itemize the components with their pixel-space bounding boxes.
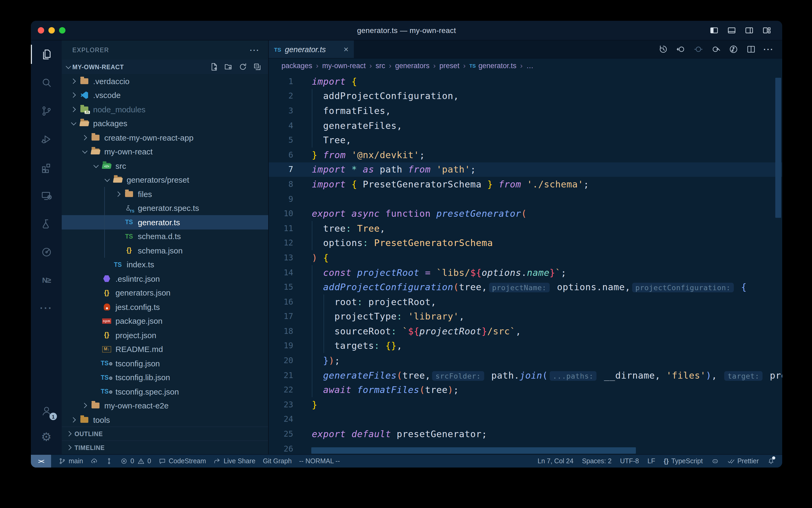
tree-item-src[interactable]: </>src [62,159,268,173]
customize-layout-icon[interactable] [762,26,772,35]
toggle-primary-sidebar-icon[interactable] [709,26,719,35]
status-item-eol[interactable]: LF [647,457,655,465]
tree-item-tsconfig-spec-json[interactable]: TS⚙tsconfig.spec.json [62,384,268,398]
tree-item-label: schema.json [138,246,183,255]
status-item-warnings[interactable]: 0 [137,457,151,465]
activity-testing[interactable] [31,211,62,237]
activity-run-debug[interactable] [31,126,62,152]
test-file-icon: TS [125,204,133,212]
breadcrumb-item[interactable]: preset [439,61,460,70]
tree-item-index-ts[interactable]: TSindex.ts [62,257,268,271]
tree-item-schema-d-ts[interactable]: TSschema.d.ts [62,229,268,243]
tree-item-jest-config-ts[interactable]: jest.config.ts [62,300,268,314]
code-line-22: 22 await formatFiles(tree); [269,383,782,397]
status-item-cursor-position[interactable]: Ln 7, Col 24 [538,457,574,465]
explorer-more-actions-icon[interactable]: ··· [250,46,260,54]
sidebar-title: EXPLORER [73,47,109,53]
tree-item-packages[interactable]: packages [62,116,268,130]
status-item-git-graph[interactable]: Git Graph [263,457,292,465]
activity-source-control[interactable] [31,98,62,124]
horizontal-scrollbar[interactable] [311,447,636,454]
git-graph-circle-icon[interactable] [728,44,738,54]
close-tab-icon[interactable]: × [343,45,348,53]
status-item-encoding[interactable]: UTF-8 [620,457,639,465]
activity-remote-explorer[interactable] [31,183,62,208]
tree-item-my-own-react[interactable]: my-own-react [62,144,268,159]
status-item-vim-mode[interactable]: -- NORMAL -- [299,457,340,465]
line-number: 1 [269,77,293,86]
tree-item-generator-spec-ts[interactable]: TSgenerator.spec.ts [62,201,268,215]
status-item-prettier[interactable]: Prettier [727,457,759,465]
vertical-scrollbar[interactable] [775,78,781,218]
split-editor-icon[interactable] [746,44,756,54]
breadcrumb-item[interactable]: src [376,61,385,70]
tree-item-generators-json[interactable]: {}generators.json [62,286,268,300]
more-actions-icon[interactable]: ··· [764,44,774,54]
tree-item-create-my-own-react-app[interactable]: create-my-own-react-app [62,130,268,144]
activity-more-views[interactable]: ··· [31,296,62,321]
status-item-errors[interactable]: 0 [120,457,134,465]
status-item-codestream[interactable]: CodeStream [158,457,206,465]
status-item-notifications[interactable] [767,457,775,465]
activity-accounts[interactable]: 1 [31,398,62,423]
breadcrumb-item[interactable]: my-own-react [322,61,366,70]
chevron-right-icon [80,401,89,410]
line-content: generateFiles(tree,srcFolder: path.join(… [293,370,782,380]
remote-indicator[interactable]: >< [31,455,51,468]
tree-item-readme-md[interactable]: M↓README.md [62,342,268,356]
status-item-branch[interactable]: main [58,457,83,465]
outline-label: OUTLINE [75,430,103,437]
activity-extensions[interactable] [31,155,62,180]
tab-generator-ts[interactable]: TS generator.ts × [269,40,354,58]
tree-item-node-modules[interactable]: JSnode_modules [62,102,268,116]
status-item-commit-graph[interactable] [105,457,113,465]
status-item-language[interactable]: {}TypeScript [664,457,703,465]
refresh-explorer-icon[interactable] [238,62,247,71]
next-change-icon[interactable] [711,44,721,54]
inlay-hint: srcFolder: [432,371,484,380]
close-window-button[interactable] [38,27,44,34]
breadcrumb-item[interactable]: … [526,61,533,70]
workspace-section-header[interactable]: MY-OWN-REACT [62,60,268,74]
tree-item-project-json[interactable]: {}project.json [62,328,268,342]
line-number: 16 [269,297,293,306]
tree-item-tsconfig-json[interactable]: TS⚙tsconfig.json [62,356,268,370]
activity-search[interactable] [31,70,62,95]
tree-item-tsconfig-lib-json[interactable]: TS⚙tsconfig.lib.json [62,370,268,384]
timeline-history-icon[interactable] [658,44,668,54]
previous-change-icon[interactable] [676,44,686,54]
tree-item--vscode[interactable]: .vscode [62,88,268,102]
activity-explorer[interactable] [31,42,62,67]
tree-item-schema-json[interactable]: {}schema.json [62,243,268,257]
toggle-secondary-sidebar-icon[interactable] [745,26,754,35]
activity-settings[interactable]: ⚙ [31,424,62,450]
change-icon[interactable] [694,44,704,54]
tree-item-generators-preset[interactable]: generators/preset [62,173,268,187]
tree-item-package-json[interactable]: npmpackage.json [62,314,268,328]
toggle-panel-icon[interactable] [727,26,736,35]
tree-item-my-own-react-e2e[interactable]: my-own-react-e2e [62,398,268,413]
breadcrumb-item[interactable]: TSgenerator.ts [469,61,516,70]
new-folder-icon[interactable] [224,62,233,71]
status-item-live-share[interactable]: Live Share [213,457,255,465]
status-item-indentation[interactable]: Spaces: 2 [582,457,611,465]
tree-item--eslintrc-json[interactable]: .eslintrc.json [62,271,268,286]
outline-panel-header[interactable]: OUTLINE [62,427,268,440]
breadcrumb-item[interactable]: packages [282,61,313,70]
vscode-icon [81,92,88,99]
code-editor[interactable]: 1import {2 addProjectConfiguration,3 for… [269,73,782,454]
tree-item--verdaccio[interactable]: .verdaccio [62,74,268,88]
tree-item-tools[interactable]: tools [62,413,268,427]
tree-item-generator-ts[interactable]: TSgenerator.ts [62,215,268,229]
minimize-window-button[interactable] [48,27,55,34]
status-item-publish[interactable] [90,457,98,465]
tree-item-files[interactable]: files [62,187,268,201]
timeline-panel-header[interactable]: TIMELINE [62,440,268,454]
new-file-icon[interactable] [210,62,219,71]
breadcrumb-item[interactable]: generators [395,61,429,70]
zoom-window-button[interactable] [59,27,65,34]
status-item-copilot[interactable] [711,457,719,465]
collapse-folders-icon[interactable] [253,62,262,71]
activity-nx-console[interactable]: N≥ [31,267,62,293]
activity-codestream[interactable] [31,239,62,265]
